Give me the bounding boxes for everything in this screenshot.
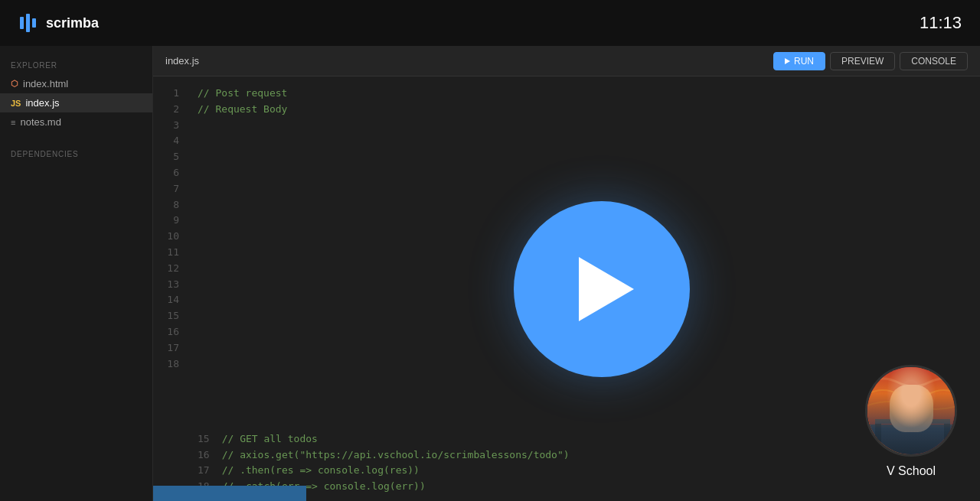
svg-rect-1 xyxy=(26,14,30,32)
svg-point-10 xyxy=(907,397,911,402)
logo-text: scrimba xyxy=(46,15,99,31)
scream-painting xyxy=(867,367,957,457)
vschool-overlay: V School xyxy=(865,365,957,478)
run-label: RUN xyxy=(794,56,814,67)
explorer-label: EXPLORER xyxy=(0,55,152,74)
svg-rect-2 xyxy=(32,18,36,28)
topbar: scrimba 11:13 xyxy=(0,0,980,46)
toolbar-buttons: RUN PREVIEW CONSOLE xyxy=(773,52,968,70)
dependencies-label: DEPENDENCIES xyxy=(0,144,152,163)
line-numbers: 1 2 3 4 5 6 7 8 9 10 11 12 13 14 15 16 1… xyxy=(153,76,191,501)
editor-filename: index.js xyxy=(165,55,199,67)
svg-rect-6 xyxy=(944,421,950,444)
svg-rect-7 xyxy=(875,419,950,424)
bottom-strip xyxy=(153,486,306,501)
svg-rect-5 xyxy=(875,421,881,444)
console-button[interactable]: CONSOLE xyxy=(900,52,968,70)
sidebar: EXPLORER ⬡ index.html JS index.js ≡ note… xyxy=(0,46,153,501)
code-editor: 1 2 3 4 5 6 7 8 9 10 11 12 13 14 15 16 1… xyxy=(153,76,980,501)
run-icon xyxy=(785,58,790,64)
svg-point-9 xyxy=(910,402,917,408)
run-button[interactable]: RUN xyxy=(773,52,825,70)
svg-rect-0 xyxy=(20,17,24,29)
editor-area: index.js RUN PREVIEW CONSOLE 1 2 3 4 5 6… xyxy=(153,46,980,501)
svg-rect-4 xyxy=(867,425,957,457)
sidebar-file-name: index.js xyxy=(25,97,59,109)
svg-point-8 xyxy=(903,389,923,414)
preview-button[interactable]: PREVIEW xyxy=(830,52,895,70)
md-icon: ≡ xyxy=(11,118,15,127)
logo[interactable]: scrimba xyxy=(18,12,99,34)
play-button[interactable] xyxy=(514,201,690,377)
vschool-avatar-image xyxy=(867,367,955,454)
vschool-avatar xyxy=(865,365,957,457)
scrimba-logo-icon xyxy=(18,12,40,34)
sidebar-file-name: notes.md xyxy=(20,116,60,128)
play-icon xyxy=(579,257,634,321)
editor-toolbar: index.js RUN PREVIEW CONSOLE xyxy=(153,46,980,76)
sidebar-file-name: index.html xyxy=(23,78,68,89)
sidebar-item-notes-md[interactable]: ≡ notes.md xyxy=(0,112,152,132)
main-layout: EXPLORER ⬡ index.html JS index.js ≡ note… xyxy=(0,46,980,501)
html-icon: ⬡ xyxy=(11,79,18,89)
clock-display: 11:13 xyxy=(920,13,962,33)
sidebar-item-index-html[interactable]: ⬡ index.html xyxy=(0,74,152,93)
svg-point-11 xyxy=(916,397,920,402)
vschool-label: V School xyxy=(887,464,936,478)
sidebar-item-index-js[interactable]: JS index.js xyxy=(0,93,152,112)
js-icon: JS xyxy=(11,99,21,108)
